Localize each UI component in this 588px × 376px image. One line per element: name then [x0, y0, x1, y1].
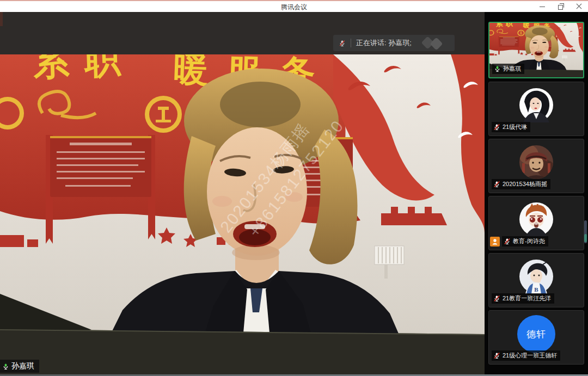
participant-name-chip: 21级心理一班王德轩	[492, 350, 560, 361]
participant-tile-sunjiaqi[interactable]: 孙嘉琪	[488, 22, 584, 78]
avatar	[519, 88, 554, 122]
tencent-meeting-logo-icon	[420, 37, 448, 49]
avatar-initials: 德轩	[526, 328, 546, 341]
avatar	[519, 145, 554, 180]
participant-name-chip: 20201534杨雨摇	[492, 179, 550, 189]
main-speaker-name-chip: 孙嘉琪	[0, 360, 39, 373]
participant-name: 教育-闵诗尧	[513, 237, 545, 245]
participant-tile-yangyuyao[interactable]: 20201534杨雨摇	[488, 139, 584, 193]
participant-name-chip: 21级代琳	[492, 122, 530, 132]
participant-name-chip: 21教育一班汪先洋	[492, 293, 554, 304]
participant-name: 21教育一班汪先洋	[503, 294, 551, 303]
initials-avatar: 德轩	[517, 315, 555, 353]
minimize-button[interactable]	[539, 3, 546, 10]
sidebar-scrollbar[interactable]	[584, 220, 587, 243]
participant-tile-minshiyao[interactable]: 教育-闵诗尧	[488, 196, 584, 250]
participant-tile-dailin[interactable]: 21级代琳	[488, 82, 584, 136]
participant-tile-wangdexuan[interactable]: 德轩 21级心理一班王德轩	[488, 310, 584, 365]
participant-name: 21级心理一班王德轩	[503, 352, 557, 360]
mic-on-icon	[494, 65, 501, 72]
avatar	[519, 202, 554, 237]
participant-name-chip: 教育-闵诗尧	[502, 236, 548, 246]
avatar: B	[519, 259, 554, 294]
participants-sidebar: 孙嘉琪 21级代琳	[485, 12, 588, 376]
participant-name: 20201534杨雨摇	[503, 180, 547, 188]
restore-button[interactable]	[558, 3, 564, 10]
mic-muted-icon	[493, 124, 500, 131]
mic-muted-icon	[493, 352, 500, 359]
participant-name-chip: 孙嘉琪	[492, 64, 524, 74]
main-video-stage[interactable]: 20201534杨雨摇 +8615812752120 正在讲话: 孙嘉琪; 孙嘉…	[0, 12, 485, 376]
participant-name: 孙嘉琪	[503, 65, 521, 73]
participant-tile-wangxianyang[interactable]: B 21教育一班汪先洋	[488, 253, 584, 307]
title-bar: 腾讯会议	[0, 0, 588, 12]
svg-text:B: B	[534, 286, 538, 293]
participant-name: 21级代琳	[503, 123, 527, 131]
active-speaker-indicator: 正在讲话: 孙嘉琪;	[333, 35, 455, 51]
active-speaker-label: 正在讲话: 孙嘉琪;	[356, 38, 412, 48]
main-video: 20201534杨雨摇 +8615812752120	[0, 54, 485, 376]
host-badge-icon	[490, 237, 500, 246]
mic-on-icon	[2, 363, 9, 370]
video-edge-artifact	[0, 12, 3, 26]
mic-muted-icon	[493, 181, 500, 188]
main-speaker-name: 孙嘉琪	[11, 361, 34, 371]
chip-divider	[351, 39, 351, 47]
mic-muted-icon	[493, 295, 500, 302]
webcam-scene	[0, 54, 485, 376]
speaking-mic-icon	[339, 40, 346, 47]
mic-muted-icon	[504, 238, 511, 245]
window-title: 腾讯会议	[0, 3, 588, 12]
close-button[interactable]	[576, 3, 583, 10]
